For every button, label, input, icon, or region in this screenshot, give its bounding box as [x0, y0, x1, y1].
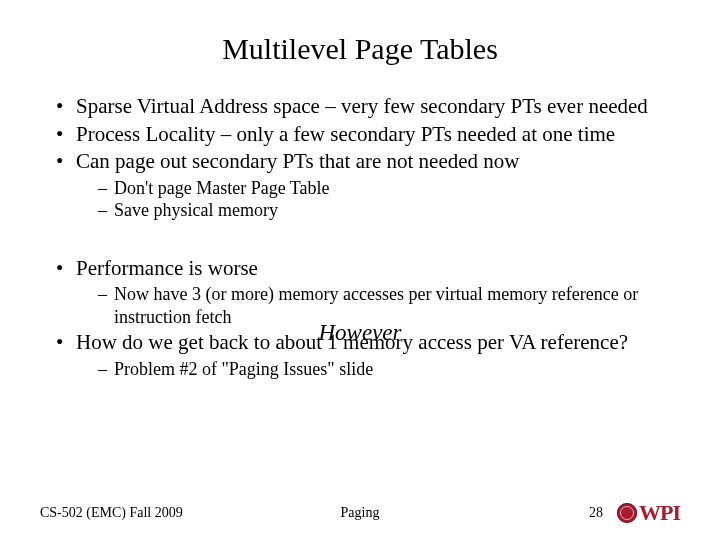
bullet-item: How do we get back to about 1 memory acc…	[56, 330, 680, 380]
bullet-text: Performance is worse	[76, 256, 258, 280]
slide-title: Multilevel Page Tables	[40, 32, 680, 66]
wpi-logo: WPI	[617, 500, 680, 526]
seal-icon	[617, 503, 637, 523]
bullet-text: How do we get back to about 1 memory acc…	[76, 330, 628, 354]
sub-list: Don't page Master Page Table Save physic…	[76, 177, 680, 222]
bullet-item: Can page out secondary PTs that are not …	[56, 149, 680, 222]
bullet-item: Process Locality – only a few secondary …	[56, 122, 680, 148]
sub-item: Save physical memory	[98, 199, 680, 222]
sub-list: Problem #2 of "Paging Issues" slide	[76, 358, 680, 381]
logo-text: WPI	[639, 500, 680, 526]
sub-list: Now have 3 (or more) memory accesses per…	[76, 283, 680, 328]
bullet-item: Sparse Virtual Address space – very few …	[56, 94, 680, 120]
page-number: 28	[589, 505, 603, 521]
bullet-text: Can page out secondary PTs that are not …	[76, 149, 519, 173]
bullet-list-2: Performance is worse Now have 3 (or more…	[40, 256, 680, 381]
bullet-item: Performance is worse Now have 3 (or more…	[56, 256, 680, 329]
sub-item: Problem #2 of "Paging Issues" slide	[98, 358, 680, 381]
slide: Multilevel Page Tables Sparse Virtual Ad…	[0, 0, 720, 540]
sub-item: Now have 3 (or more) memory accesses per…	[98, 283, 680, 328]
sub-item: Don't page Master Page Table	[98, 177, 680, 200]
bullet-list-1: Sparse Virtual Address space – very few …	[40, 94, 680, 222]
footer-course: CS-502 (EMC) Fall 2009	[40, 505, 253, 521]
footer-topic: Paging	[253, 505, 466, 521]
footer: CS-502 (EMC) Fall 2009 Paging 28 WPI	[40, 500, 680, 526]
